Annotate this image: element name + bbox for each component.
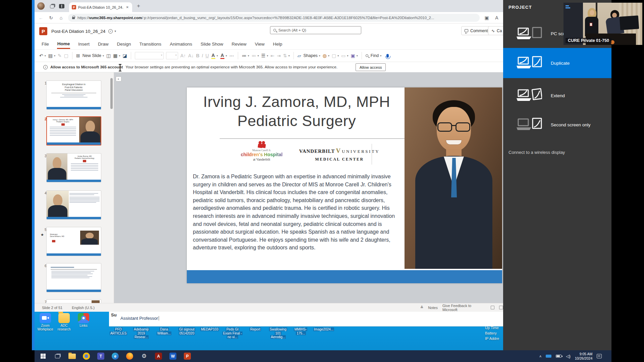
slide-body-text[interactable]: Dr. Zamora is a Pediatric Surgeon with a…	[193, 173, 405, 252]
menu-help[interactable]: Help	[273, 40, 283, 48]
desktop-folder[interactable]: Adebamiji 2019 Resear...	[130, 327, 152, 339]
powerpoint-button[interactable]: P	[180, 350, 195, 362]
tray-expand-icon[interactable]: ˄	[539, 354, 541, 358]
view-editing-icon[interactable]	[491, 306, 495, 309]
text-box-icon[interactable]: ▭	[341, 53, 345, 58]
menu-slideshow[interactable]: Slide Show	[200, 40, 224, 48]
feedback-link[interactable]: Give Feedback to Microsoft	[442, 304, 481, 312]
project-du plicate[interactable]: Duplicate	[503, 48, 611, 78]
teams-button[interactable]: T	[94, 350, 108, 362]
table-icon[interactable]: ▦	[113, 53, 117, 58]
thumbnail-slide-1[interactable]: Esophageal Dilation in Post-EA Patients:…	[46, 80, 101, 110]
shrink-font-icon[interactable]: A↓	[188, 53, 194, 58]
shape-fill-icon[interactable]: ◍	[323, 53, 327, 58]
thumbnail-scrollbar[interactable]	[110, 78, 113, 109]
line-spacing-icon[interactable]: ⇅	[283, 53, 287, 58]
split-screen-icon[interactable]	[59, 4, 64, 8]
font-color-icon[interactable]: A	[220, 53, 224, 59]
paste-icon[interactable]: ▤	[48, 53, 53, 58]
new-tab-button[interactable]: +	[137, 3, 140, 9]
speaker-icon[interactable]: ◁)	[566, 354, 570, 359]
allow-access-button[interactable]: Allow access	[356, 63, 386, 71]
firefox-button[interactable]	[122, 350, 137, 362]
tab-close-icon[interactable]: ✕	[125, 5, 129, 9]
menu-review[interactable]: Review	[231, 40, 247, 48]
thumbnail-slide-2-selected[interactable]: Irving J. Zamora, MD, MPH Pediatric Surg…	[46, 116, 101, 145]
desktop-icon-zoom[interactable]: Zoom Workplace	[36, 313, 55, 331]
desktop-folder[interactable]: Image2024...	[313, 327, 334, 339]
desktop-folder[interactable]: PFD ARTICLES	[108, 327, 129, 339]
profile-avatar[interactable]	[37, 2, 45, 10]
document-title[interactable]: Post-EA Dilation 10_26_24	[51, 29, 105, 34]
notes-toggle[interactable]: Notes	[428, 306, 438, 310]
thumbnail-slide-6[interactable]	[46, 263, 101, 292]
menu-home[interactable]: Home	[57, 40, 70, 49]
browser-tab[interactable]: P Post-EA Dilation 10_26_24.pptx ✕	[69, 2, 132, 12]
desktop-icon-links[interactable]: Links	[74, 313, 93, 327]
desktop-icon-adc-research[interactable]: ADC research	[55, 313, 73, 331]
menu-design[interactable]: Design	[117, 40, 131, 48]
connect-wireless-display-link[interactable]: Connect to a wireless display	[508, 150, 565, 155]
slide-canvas[interactable]: Irving J. Zamora, MD, MPH Pediatric Surg…	[187, 87, 502, 283]
menu-transitions[interactable]: Transitions	[139, 40, 162, 48]
font-size-select[interactable]	[166, 52, 178, 59]
file-explorer-button[interactable]	[65, 350, 79, 362]
menu-file[interactable]: File	[41, 40, 49, 48]
refresh-icon[interactable]: ↻	[48, 15, 54, 20]
desktop-folder[interactable]: MMIHS-175...	[290, 327, 312, 339]
project-extend[interactable]: Extend	[503, 80, 611, 111]
desktop-folder[interactable]: Dana William...	[153, 327, 175, 339]
bold-icon[interactable]: B	[196, 53, 199, 58]
new-slide-button[interactable]: New Slide	[83, 53, 101, 58]
canvas-popup-icon[interactable]: ▸	[116, 76, 121, 81]
language-status[interactable]: English (U.S.)	[72, 306, 95, 310]
speaker-portrait-photo[interactable]	[405, 87, 502, 269]
taskbar-clock[interactable]: 9:05 AM 10/26/2024	[575, 352, 593, 360]
indent-icon[interactable]: ⇥	[277, 53, 281, 58]
search-input[interactable]: Search (Alt + Q)	[270, 26, 361, 34]
action-center-icon[interactable]	[597, 354, 602, 358]
settings-button[interactable]: ⚙	[137, 350, 151, 362]
assistant-professor-window[interactable]: Su Assistant Professor	[109, 312, 503, 326]
new-slide-icon[interactable]: ⊞	[76, 53, 80, 58]
battery-icon[interactable]	[556, 355, 561, 358]
menu-animations[interactable]: Animations	[169, 40, 193, 48]
bullets-icon[interactable]: ≔	[242, 53, 247, 58]
desktop-folder[interactable]: MEDAP103	[199, 327, 220, 339]
dictate-icon[interactable]	[386, 54, 389, 58]
slide-title[interactable]: Irving J. Zamora, MD, MPH Pediatric Surg…	[187, 92, 407, 130]
tab-groups-icon[interactable]	[50, 5, 54, 8]
outdent-icon[interactable]: ⇤	[270, 53, 274, 58]
powerpoint-logo-icon[interactable]: P	[39, 27, 47, 35]
thumbnail-slide-3[interactable]: Jordan Busing, MD Pediatric Gastroentero…	[46, 153, 101, 182]
save-status-icon[interactable]: ✓	[108, 29, 113, 34]
background-icon[interactable]: ◪	[122, 53, 127, 58]
numbering-icon[interactable]: ≕	[252, 53, 256, 58]
start-button[interactable]	[36, 350, 50, 362]
thumbnail-slide-4[interactable]	[46, 190, 101, 220]
title-chevron-icon[interactable]: ▾	[114, 29, 116, 33]
project-second-screen-only[interactable]: Second screen only	[503, 111, 611, 138]
desktop-folder[interactable]: Swallowing 101 Aerodig...	[267, 327, 289, 339]
desktop-folder[interactable]: Report	[245, 327, 266, 339]
shape-outline-icon[interactable]: ▢	[332, 53, 336, 58]
menu-draw[interactable]: Draw	[98, 40, 109, 48]
arrange-icon[interactable]: ▣	[351, 53, 355, 58]
select-icon[interactable]: ▢	[64, 53, 68, 58]
address-bar[interactable]: https://vumc365-my.sharepoint.com/:p:/r/…	[68, 14, 480, 22]
format-painter-icon[interactable]: ✎	[58, 53, 62, 58]
align-icon[interactable]: ☰	[261, 53, 266, 58]
thumbnail-slide-5[interactable]: Moderator: Dana Williams, MD	[46, 227, 101, 256]
catch-up-button[interactable]: ∿ Ca	[488, 26, 503, 35]
word-button[interactable]: W	[166, 350, 180, 362]
shapes-button[interactable]: Shapes	[303, 53, 317, 58]
task-view-button[interactable]	[50, 350, 65, 362]
read-aloud-icon[interactable]: A	[494, 15, 500, 20]
thumbnail-slide-7[interactable]	[46, 299, 101, 303]
undo-icon[interactable]: ↶	[39, 53, 43, 58]
home-icon[interactable]: ⌂	[58, 15, 64, 20]
view-slideshow-icon[interactable]	[499, 306, 503, 309]
slide-blue-bar[interactable]	[187, 270, 502, 283]
reuse-slides-icon[interactable]: ◫	[106, 53, 111, 58]
desktop-folder[interactable]: GI signout 05142020	[176, 327, 198, 339]
